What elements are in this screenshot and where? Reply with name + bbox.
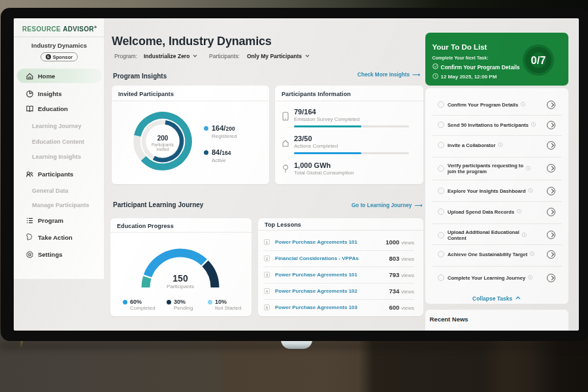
svg-text:0/7: 0/7 (531, 54, 546, 66)
